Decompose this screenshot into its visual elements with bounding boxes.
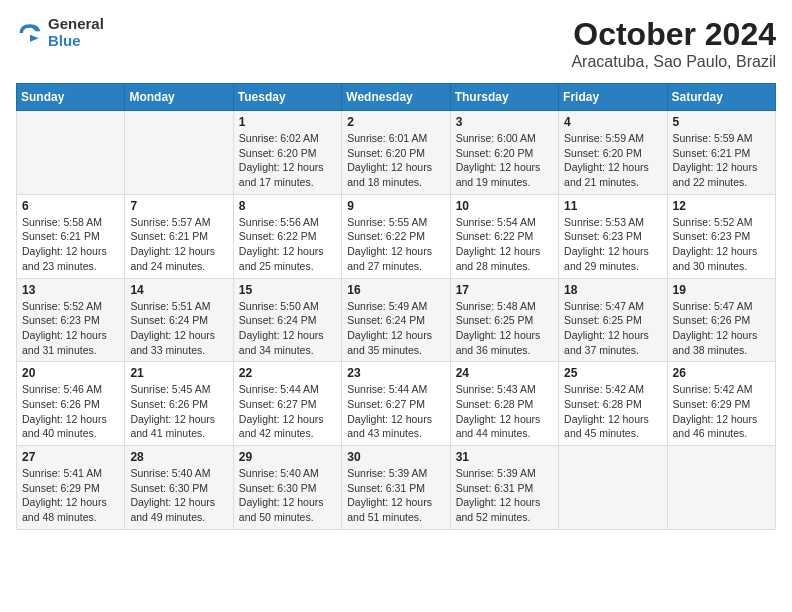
calendar-cell: 6Sunrise: 5:58 AMSunset: 6:21 PMDaylight…	[17, 194, 125, 278]
day-number: 30	[347, 450, 444, 464]
day-info: Sunrise: 5:49 AMSunset: 6:24 PMDaylight:…	[347, 299, 444, 358]
day-info: Sunrise: 5:42 AMSunset: 6:29 PMDaylight:…	[673, 382, 770, 441]
day-number: 23	[347, 366, 444, 380]
day-number: 2	[347, 115, 444, 129]
day-info: Sunrise: 5:54 AMSunset: 6:22 PMDaylight:…	[456, 215, 553, 274]
calendar-cell: 24Sunrise: 5:43 AMSunset: 6:28 PMDayligh…	[450, 362, 558, 446]
day-info: Sunrise: 6:00 AMSunset: 6:20 PMDaylight:…	[456, 131, 553, 190]
day-info: Sunrise: 5:47 AMSunset: 6:25 PMDaylight:…	[564, 299, 661, 358]
calendar-header: SundayMondayTuesdayWednesdayThursdayFrid…	[17, 84, 776, 111]
day-number: 19	[673, 283, 770, 297]
day-info: Sunrise: 6:02 AMSunset: 6:20 PMDaylight:…	[239, 131, 336, 190]
day-number: 17	[456, 283, 553, 297]
logo-line1: General	[48, 16, 104, 33]
calendar-cell: 30Sunrise: 5:39 AMSunset: 6:31 PMDayligh…	[342, 446, 450, 530]
calendar-cell: 18Sunrise: 5:47 AMSunset: 6:25 PMDayligh…	[559, 278, 667, 362]
day-number: 1	[239, 115, 336, 129]
calendar-cell: 10Sunrise: 5:54 AMSunset: 6:22 PMDayligh…	[450, 194, 558, 278]
header-cell-thursday: Thursday	[450, 84, 558, 111]
calendar-cell: 1Sunrise: 6:02 AMSunset: 6:20 PMDaylight…	[233, 111, 341, 195]
calendar-cell: 3Sunrise: 6:00 AMSunset: 6:20 PMDaylight…	[450, 111, 558, 195]
day-number: 11	[564, 199, 661, 213]
day-info: Sunrise: 5:39 AMSunset: 6:31 PMDaylight:…	[347, 466, 444, 525]
calendar-cell: 15Sunrise: 5:50 AMSunset: 6:24 PMDayligh…	[233, 278, 341, 362]
header-cell-tuesday: Tuesday	[233, 84, 341, 111]
calendar-cell	[125, 111, 233, 195]
day-number: 24	[456, 366, 553, 380]
calendar-cell: 17Sunrise: 5:48 AMSunset: 6:25 PMDayligh…	[450, 278, 558, 362]
calendar-cell: 2Sunrise: 6:01 AMSunset: 6:20 PMDaylight…	[342, 111, 450, 195]
day-info: Sunrise: 5:40 AMSunset: 6:30 PMDaylight:…	[239, 466, 336, 525]
day-info: Sunrise: 6:01 AMSunset: 6:20 PMDaylight:…	[347, 131, 444, 190]
logo-text: General Blue	[48, 16, 104, 49]
day-info: Sunrise: 5:48 AMSunset: 6:25 PMDaylight:…	[456, 299, 553, 358]
day-info: Sunrise: 5:45 AMSunset: 6:26 PMDaylight:…	[130, 382, 227, 441]
calendar-cell: 22Sunrise: 5:44 AMSunset: 6:27 PMDayligh…	[233, 362, 341, 446]
calendar-cell: 4Sunrise: 5:59 AMSunset: 6:20 PMDaylight…	[559, 111, 667, 195]
day-info: Sunrise: 5:53 AMSunset: 6:23 PMDaylight:…	[564, 215, 661, 274]
calendar-row-2: 13Sunrise: 5:52 AMSunset: 6:23 PMDayligh…	[17, 278, 776, 362]
day-number: 29	[239, 450, 336, 464]
calendar-table: SundayMondayTuesdayWednesdayThursdayFrid…	[16, 83, 776, 530]
day-info: Sunrise: 5:59 AMSunset: 6:20 PMDaylight:…	[564, 131, 661, 190]
calendar-cell: 29Sunrise: 5:40 AMSunset: 6:30 PMDayligh…	[233, 446, 341, 530]
day-number: 6	[22, 199, 119, 213]
calendar-cell: 23Sunrise: 5:44 AMSunset: 6:27 PMDayligh…	[342, 362, 450, 446]
day-info: Sunrise: 5:42 AMSunset: 6:28 PMDaylight:…	[564, 382, 661, 441]
calendar-row-4: 27Sunrise: 5:41 AMSunset: 6:29 PMDayligh…	[17, 446, 776, 530]
day-info: Sunrise: 5:52 AMSunset: 6:23 PMDaylight:…	[22, 299, 119, 358]
header-cell-wednesday: Wednesday	[342, 84, 450, 111]
page-header: General Blue October 2024 Aracatuba, Sao…	[16, 16, 776, 71]
day-info: Sunrise: 5:59 AMSunset: 6:21 PMDaylight:…	[673, 131, 770, 190]
calendar-cell: 12Sunrise: 5:52 AMSunset: 6:23 PMDayligh…	[667, 194, 775, 278]
calendar-cell: 26Sunrise: 5:42 AMSunset: 6:29 PMDayligh…	[667, 362, 775, 446]
day-number: 26	[673, 366, 770, 380]
day-info: Sunrise: 5:47 AMSunset: 6:26 PMDaylight:…	[673, 299, 770, 358]
calendar-body: 1Sunrise: 6:02 AMSunset: 6:20 PMDaylight…	[17, 111, 776, 530]
calendar-cell: 20Sunrise: 5:46 AMSunset: 6:26 PMDayligh…	[17, 362, 125, 446]
calendar-cell: 16Sunrise: 5:49 AMSunset: 6:24 PMDayligh…	[342, 278, 450, 362]
calendar-cell: 5Sunrise: 5:59 AMSunset: 6:21 PMDaylight…	[667, 111, 775, 195]
day-number: 22	[239, 366, 336, 380]
day-number: 13	[22, 283, 119, 297]
day-info: Sunrise: 5:44 AMSunset: 6:27 PMDaylight:…	[239, 382, 336, 441]
day-number: 28	[130, 450, 227, 464]
calendar-cell	[17, 111, 125, 195]
calendar-cell: 31Sunrise: 5:39 AMSunset: 6:31 PMDayligh…	[450, 446, 558, 530]
calendar-cell: 8Sunrise: 5:56 AMSunset: 6:22 PMDaylight…	[233, 194, 341, 278]
day-number: 3	[456, 115, 553, 129]
calendar-cell	[667, 446, 775, 530]
header-row: SundayMondayTuesdayWednesdayThursdayFrid…	[17, 84, 776, 111]
logo-icon	[16, 19, 44, 47]
calendar-row-1: 6Sunrise: 5:58 AMSunset: 6:21 PMDaylight…	[17, 194, 776, 278]
day-number: 18	[564, 283, 661, 297]
day-info: Sunrise: 5:40 AMSunset: 6:30 PMDaylight:…	[130, 466, 227, 525]
day-info: Sunrise: 5:44 AMSunset: 6:27 PMDaylight:…	[347, 382, 444, 441]
calendar-cell: 14Sunrise: 5:51 AMSunset: 6:24 PMDayligh…	[125, 278, 233, 362]
header-cell-monday: Monday	[125, 84, 233, 111]
calendar-cell: 11Sunrise: 5:53 AMSunset: 6:23 PMDayligh…	[559, 194, 667, 278]
day-info: Sunrise: 5:46 AMSunset: 6:26 PMDaylight:…	[22, 382, 119, 441]
day-info: Sunrise: 5:39 AMSunset: 6:31 PMDaylight:…	[456, 466, 553, 525]
day-info: Sunrise: 5:52 AMSunset: 6:23 PMDaylight:…	[673, 215, 770, 274]
day-info: Sunrise: 5:56 AMSunset: 6:22 PMDaylight:…	[239, 215, 336, 274]
day-info: Sunrise: 5:55 AMSunset: 6:22 PMDaylight:…	[347, 215, 444, 274]
calendar-cell: 28Sunrise: 5:40 AMSunset: 6:30 PMDayligh…	[125, 446, 233, 530]
day-number: 10	[456, 199, 553, 213]
day-number: 12	[673, 199, 770, 213]
calendar-row-3: 20Sunrise: 5:46 AMSunset: 6:26 PMDayligh…	[17, 362, 776, 446]
calendar-cell: 25Sunrise: 5:42 AMSunset: 6:28 PMDayligh…	[559, 362, 667, 446]
calendar-row-0: 1Sunrise: 6:02 AMSunset: 6:20 PMDaylight…	[17, 111, 776, 195]
header-cell-saturday: Saturday	[667, 84, 775, 111]
day-info: Sunrise: 5:51 AMSunset: 6:24 PMDaylight:…	[130, 299, 227, 358]
day-number: 9	[347, 199, 444, 213]
title-block: October 2024 Aracatuba, Sao Paulo, Brazi…	[571, 16, 776, 71]
header-cell-sunday: Sunday	[17, 84, 125, 111]
calendar-cell: 13Sunrise: 5:52 AMSunset: 6:23 PMDayligh…	[17, 278, 125, 362]
calendar-cell: 9Sunrise: 5:55 AMSunset: 6:22 PMDaylight…	[342, 194, 450, 278]
page-subtitle: Aracatuba, Sao Paulo, Brazil	[571, 53, 776, 71]
day-number: 31	[456, 450, 553, 464]
calendar-cell: 27Sunrise: 5:41 AMSunset: 6:29 PMDayligh…	[17, 446, 125, 530]
calendar-cell: 7Sunrise: 5:57 AMSunset: 6:21 PMDaylight…	[125, 194, 233, 278]
calendar-cell: 19Sunrise: 5:47 AMSunset: 6:26 PMDayligh…	[667, 278, 775, 362]
